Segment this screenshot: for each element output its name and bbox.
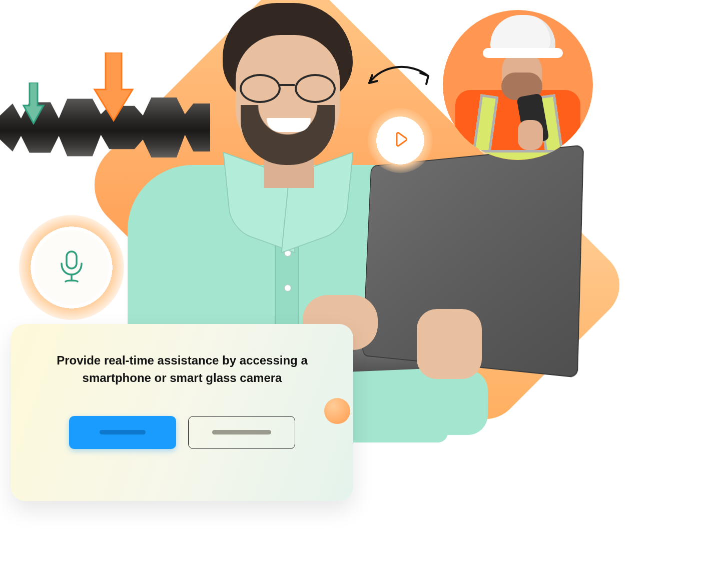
card-button-row (69, 416, 295, 449)
svg-rect-0 (67, 252, 77, 268)
arrow-down-green-icon (23, 82, 45, 126)
field-worker-image (443, 10, 593, 160)
play-badge (368, 108, 433, 173)
primary-cta-button[interactable] (69, 416, 176, 449)
microphone-icon (56, 248, 88, 286)
info-card: Provide real-time assistance by accessin… (11, 324, 353, 501)
button-label-placeholder (100, 430, 146, 434)
play-icon (391, 130, 409, 150)
accent-dot (324, 398, 350, 424)
button-label-placeholder (212, 430, 271, 434)
secondary-cta-button[interactable] (188, 416, 295, 449)
bidirectional-arrow-icon (360, 55, 435, 95)
microphone-badge (19, 215, 124, 320)
card-headline: Provide real-time assistance by accessin… (47, 352, 317, 387)
